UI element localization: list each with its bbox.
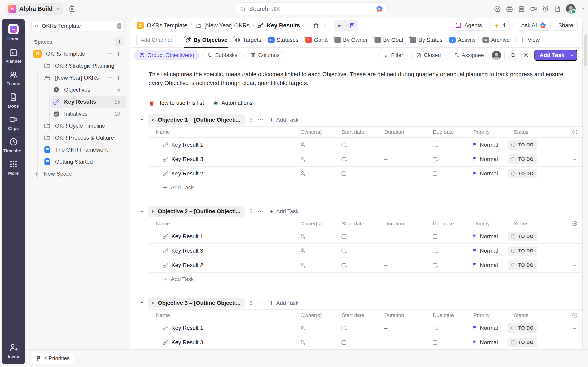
group-add-task-button[interactable]: Add Task bbox=[269, 209, 298, 215]
new-task-icon[interactable] bbox=[494, 5, 501, 12]
assignee-pill[interactable]: Assignee bbox=[449, 50, 489, 60]
group-add-task-button[interactable]: Add Task bbox=[269, 300, 298, 306]
view-options-group[interactable] bbox=[334, 20, 358, 31]
collapse-caret-icon[interactable] bbox=[140, 301, 144, 305]
column-header-owner-s-[interactable]: Owner(s) bbox=[295, 221, 336, 227]
tab-targets[interactable]: Targets bbox=[231, 33, 265, 47]
plus-icon[interactable] bbox=[116, 75, 121, 81]
plus-icon[interactable] bbox=[116, 51, 121, 57]
column-header-name[interactable]: Name bbox=[149, 312, 295, 318]
column-header-owner-s-[interactable]: Owner(s) bbox=[295, 312, 336, 318]
sidebar-item-getting-started[interactable]: Getting Started bbox=[29, 156, 126, 168]
task-row[interactable]: Key Result 2 – Normal TO DO – bbox=[149, 167, 582, 181]
task-row[interactable]: Key Result 3 – Normal TO DO – bbox=[149, 335, 582, 349]
task-row[interactable]: Key Result 1 – Normal TO DO – bbox=[149, 229, 582, 244]
duration-cell[interactable]: – bbox=[379, 229, 427, 243]
tab-statuses[interactable]: Statuses bbox=[265, 33, 302, 47]
ellipsis-icon[interactable] bbox=[107, 51, 112, 57]
sidebar-item-okrs-template[interactable]: O OKRs Template bbox=[29, 48, 126, 60]
clear-search-icon[interactable] bbox=[117, 23, 121, 29]
task-name[interactable]: Key Result 3 bbox=[172, 248, 203, 254]
add-task-row[interactable]: Add Task bbox=[149, 273, 582, 286]
sidebar-item-the-okr-framework[interactable]: The OKR Framework bbox=[29, 144, 126, 156]
start-date-cell[interactable] bbox=[336, 335, 379, 349]
status-cell[interactable]: TO DO bbox=[508, 335, 567, 349]
notepad-icon[interactable] bbox=[518, 5, 525, 12]
status-cell[interactable]: TO DO bbox=[508, 258, 567, 272]
priority-cell[interactable]: Normal bbox=[468, 244, 508, 258]
column-header-start-date[interactable]: Start date bbox=[336, 312, 379, 318]
clipboard-icon[interactable] bbox=[68, 5, 76, 12]
tab-by-owner[interactable]: By Owner bbox=[331, 33, 371, 47]
alarm-clock-icon[interactable] bbox=[542, 5, 549, 12]
task-name[interactable]: Key Result 2 bbox=[172, 170, 203, 177]
tab-archive[interactable]: Archive bbox=[479, 33, 513, 47]
add-task-button[interactable]: Add Task bbox=[534, 50, 577, 61]
collapse-caret-icon[interactable] bbox=[140, 118, 144, 122]
sidebar-item-objectives[interactable]: Objectives 5 bbox=[51, 84, 126, 96]
column-header-duration[interactable]: Duration bbox=[379, 221, 427, 227]
tab-gantt[interactable]: Gantt bbox=[302, 33, 331, 47]
column-header-start-date[interactable]: Start date bbox=[336, 221, 379, 227]
owner-cell[interactable] bbox=[295, 152, 336, 166]
scrollbar-thumb[interactable] bbox=[584, 34, 587, 67]
start-date-cell[interactable] bbox=[336, 258, 379, 272]
rail-item-more[interactable]: More bbox=[8, 160, 19, 176]
add-task-row[interactable]: Add Task bbox=[149, 181, 582, 194]
global-search[interactable]: Search ⌘K bbox=[234, 2, 388, 15]
task-row[interactable]: Key Result 1 – Normal TO DO – bbox=[149, 138, 582, 152]
start-date-cell[interactable] bbox=[336, 321, 379, 335]
chevron-down-icon[interactable] bbox=[322, 23, 327, 28]
sidebar-search-input[interactable] bbox=[41, 23, 114, 29]
task-row[interactable]: Key Result 3 – Normal TO DO – bbox=[149, 244, 582, 258]
add-channel-button[interactable]: Add Channel bbox=[136, 35, 176, 45]
breadcrumb-folder[interactable]: [New Year] OKRs bbox=[205, 22, 250, 29]
rail-item-home[interactable]: Home bbox=[7, 24, 19, 42]
add-space-button[interactable] bbox=[115, 37, 124, 46]
duration-cell[interactable]: – bbox=[379, 244, 427, 258]
start-date-cell[interactable] bbox=[336, 152, 379, 166]
status-cell[interactable]: TO DO bbox=[508, 229, 567, 243]
task-row[interactable]: Key Result 1 – Normal TO DO – bbox=[149, 321, 582, 335]
group-menu-icon[interactable] bbox=[257, 208, 264, 215]
group-menu-icon[interactable] bbox=[257, 117, 264, 123]
priority-flag-icon[interactable] bbox=[349, 22, 355, 28]
sidebar-item-okr-process-culture[interactable]: OKR Process & Culture bbox=[29, 132, 126, 144]
breadcrumb-list[interactable]: Key Results bbox=[267, 22, 300, 29]
due-date-cell[interactable] bbox=[427, 152, 468, 166]
add-view-button[interactable]: View bbox=[520, 37, 540, 43]
add-column-button[interactable] bbox=[567, 221, 582, 227]
filter-pill[interactable]: Filter bbox=[378, 50, 408, 60]
status-cell[interactable]: TO DO bbox=[508, 167, 567, 181]
group-title-pill[interactable]: Objective 1 – [Outline Objecti... bbox=[148, 114, 245, 125]
priority-cell[interactable]: Normal bbox=[468, 138, 508, 152]
start-date-cell[interactable] bbox=[336, 244, 379, 258]
rail-item-docs[interactable]: Docs bbox=[8, 92, 19, 109]
search-in-list-button[interactable] bbox=[508, 50, 518, 60]
group-menu-icon[interactable] bbox=[257, 300, 264, 306]
columns-pill[interactable]: Columns bbox=[245, 50, 284, 60]
tab-activity[interactable]: Activity bbox=[446, 33, 479, 47]
column-header-priority[interactable]: Priority bbox=[468, 129, 508, 135]
agents-button[interactable]: Agents bbox=[451, 20, 486, 31]
start-date-cell[interactable] bbox=[336, 138, 379, 152]
share-button[interactable]: Share bbox=[554, 20, 578, 31]
collapse-caret-icon[interactable] bbox=[140, 209, 144, 213]
favorite-star-icon[interactable] bbox=[313, 22, 319, 29]
status-cell[interactable]: TO DO bbox=[508, 152, 567, 166]
align-left-lines-icon[interactable] bbox=[337, 22, 343, 29]
duration-cell[interactable]: – bbox=[379, 152, 427, 166]
priority-cell[interactable]: Normal bbox=[468, 229, 508, 243]
column-header-due-date[interactable]: Due date bbox=[427, 312, 468, 318]
priority-cell[interactable]: Normal bbox=[468, 167, 508, 181]
priority-cell[interactable]: Normal bbox=[468, 258, 508, 272]
priorities-pill[interactable]: 4 Priorities bbox=[32, 353, 74, 364]
priority-cell[interactable]: Normal bbox=[468, 321, 508, 335]
owner-cell[interactable] bbox=[295, 138, 336, 152]
rail-item-teams[interactable]: Teams bbox=[7, 70, 20, 86]
space-badge-icon[interactable]: O bbox=[137, 22, 144, 29]
video-icon[interactable] bbox=[530, 5, 537, 12]
task-name[interactable]: Key Result 3 bbox=[172, 339, 203, 346]
automations-link[interactable]: Automations bbox=[213, 100, 252, 106]
column-header-due-date[interactable]: Due date bbox=[427, 221, 468, 227]
